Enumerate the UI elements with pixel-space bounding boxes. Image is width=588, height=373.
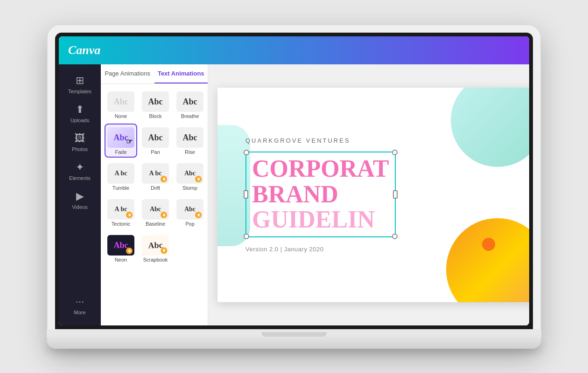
anim-scrapbook[interactable]: Abc ♛ Scrapbook <box>139 231 172 265</box>
anim-preview-stomp: Abc ♛ <box>176 163 203 184</box>
anim-label-drift: Drift <box>151 185 160 191</box>
anim-stomp[interactable]: Abc ♛ Stomp <box>174 159 206 193</box>
laptop-notch <box>261 332 327 337</box>
headline-text: CORPORAT BRAND GUIDELIN <box>252 156 389 233</box>
anim-label-tectonic: Tectonic <box>112 221 130 227</box>
anim-block[interactable]: Abc Block <box>139 88 172 122</box>
anim-pan[interactable]: Abc Pan <box>139 124 172 158</box>
tab-text-animations[interactable]: Text Animations <box>154 64 208 83</box>
tab-page-animations[interactable]: Page Animations <box>101 64 154 83</box>
screen: Canva ⊞ Templates ⬆ Uploads 🖼 P <box>59 36 529 325</box>
company-name: QUARKGROVE VENTURES <box>245 137 350 144</box>
anim-preview-tectonic: A bc ♛ <box>107 199 134 220</box>
scrapbook-crown-badge: ♛ <box>161 247 167 254</box>
anim-tectonic[interactable]: A bc ♛ Tectonic <box>105 195 137 229</box>
anim-preview-tumble: A bc <box>107 163 134 184</box>
sidebar-item-elements[interactable]: ✦ Elements <box>59 157 101 186</box>
neon-crown-badge: ♛ <box>126 248 133 254</box>
anim-label-neon: Neon <box>115 257 127 262</box>
sidebar-label-more: More <box>74 310 85 315</box>
anim-preview-baseline: Abc ♛ <box>142 199 169 220</box>
slide-canvas[interactable]: QUARKGROVE VENTURES CORPORAT <box>217 88 529 302</box>
anim-label-baseline: Baseline <box>146 221 165 227</box>
anim-label-fade: Fade <box>115 149 126 155</box>
anim-label-block: Block <box>149 113 162 119</box>
anim-label-pop: Pop <box>185 221 195 227</box>
headline-line2: BRAND <box>252 182 389 207</box>
tectonic-crown-badge: ♛ <box>126 212 133 218</box>
anim-label-stomp: Stomp <box>182 185 197 191</box>
laptop-base <box>47 339 541 349</box>
canvas-area: QUARKGROVE VENTURES CORPORAT <box>208 64 529 325</box>
anim-label-tumble: Tumble <box>112 185 129 191</box>
animation-grid: Abc None Abc Block <box>101 84 208 269</box>
anim-breathe[interactable]: Abc Breathe <box>174 88 206 122</box>
anim-preview-fade: Abc ☞ <box>107 127 134 148</box>
handle-mid-right[interactable] <box>393 190 398 199</box>
laptop-bottom-bezel <box>47 329 541 339</box>
anim-preview-pan: Abc <box>142 127 169 148</box>
anim-label-scrapbook: Scrapbook <box>143 257 168 262</box>
anim-preview-rise: Abc <box>176 127 203 148</box>
anim-preview-drift: A bc ♛ <box>142 163 169 184</box>
anim-preview-scrapbook: Abc ♛ <box>141 235 169 256</box>
photos-icon: 🖼 <box>75 132 85 145</box>
anim-none[interactable]: Abc None <box>105 88 137 122</box>
laptop-frame: Canva ⊞ Templates ⬆ Uploads 🖼 P <box>47 24 541 349</box>
elements-icon: ✦ <box>76 161 84 173</box>
text-selection-box[interactable]: CORPORAT BRAND GUIDELIN <box>245 152 396 237</box>
stomp-crown-badge: ♛ <box>195 176 202 182</box>
anim-drift[interactable]: A bc ♛ Drift <box>139 159 172 193</box>
baseline-crown-badge: ♛ <box>161 212 167 218</box>
anim-label-pan: Pan <box>151 149 160 155</box>
headline-line3: GUIDELIN <box>252 207 389 233</box>
sidebar-label-templates: Templates <box>68 89 91 94</box>
anim-tumble[interactable]: A bc Tumble <box>105 159 137 193</box>
sidebar-label-photos: Photos <box>72 146 88 152</box>
version-text: Version 2.0 | January 2020 <box>245 246 323 253</box>
slide-content: QUARKGROVE VENTURES CORPORAT <box>217 88 529 302</box>
sidebar-item-videos[interactable]: ▶ Videos <box>59 186 101 214</box>
sidebar-item-templates[interactable]: ⊞ Templates <box>59 70 101 99</box>
sidebar-label-uploads: Uploads <box>70 117 89 123</box>
anim-preview-block: Abc <box>142 91 169 112</box>
anim-baseline[interactable]: Abc ♛ Baseline <box>139 195 172 229</box>
handle-top-right[interactable] <box>392 150 398 155</box>
app-body: ⊞ Templates ⬆ Uploads 🖼 Photos ✦ Element… <box>59 64 529 325</box>
videos-icon: ▶ <box>76 190 84 202</box>
anim-rise[interactable]: Abc Rise <box>174 124 206 158</box>
anim-fade[interactable]: Abc ☞ Fade <box>105 124 137 158</box>
templates-icon: ⊞ <box>76 75 84 87</box>
sidebar-label-elements: Elements <box>69 175 91 181</box>
screen-bezel: Canva ⊞ Templates ⬆ Uploads 🖼 P <box>55 33 533 329</box>
anim-preview-breathe: Abc <box>176 91 203 112</box>
anim-label-rise: Rise <box>185 149 195 155</box>
anim-label-none: None <box>115 113 127 119</box>
anim-pop[interactable]: Abc ♛ Pop <box>174 195 206 229</box>
handle-mid-left[interactable] <box>244 190 248 199</box>
sidebar: ⊞ Templates ⬆ Uploads 🖼 Photos ✦ Element… <box>59 64 101 325</box>
uploads-icon: ⬆ <box>76 104 84 116</box>
anim-neon[interactable]: Abc ♛ Neon <box>105 231 137 265</box>
canva-logo: Canva <box>68 43 100 57</box>
animation-panel: Page Animations Text Animations Abc None <box>101 64 208 325</box>
handle-bottom-left[interactable] <box>244 234 249 239</box>
headline-line1: CORPORAT <box>252 156 389 182</box>
sidebar-item-photos[interactable]: 🖼 Photos <box>59 128 101 157</box>
anim-preview-none: Abc <box>107 91 134 112</box>
panel-tabs: Page Animations Text Animations <box>101 64 208 84</box>
anim-preview-neon: Abc ♛ <box>107 235 134 256</box>
sidebar-label-videos: Videos <box>72 204 87 210</box>
handle-top-left[interactable] <box>244 150 249 155</box>
more-icon: ··· <box>76 296 84 308</box>
sidebar-item-uploads[interactable]: ⬆ Uploads <box>59 99 101 128</box>
anim-label-breathe: Breathe <box>181 113 199 119</box>
app-header: Canva <box>59 36 529 64</box>
anim-preview-pop: Abc ♛ <box>176 199 203 220</box>
sidebar-item-more[interactable]: ··· More <box>59 291 101 320</box>
drift-crown-badge: ♛ <box>161 176 167 182</box>
handle-bottom-right[interactable] <box>392 234 398 239</box>
pop-crown-badge: ♛ <box>195 212 202 218</box>
